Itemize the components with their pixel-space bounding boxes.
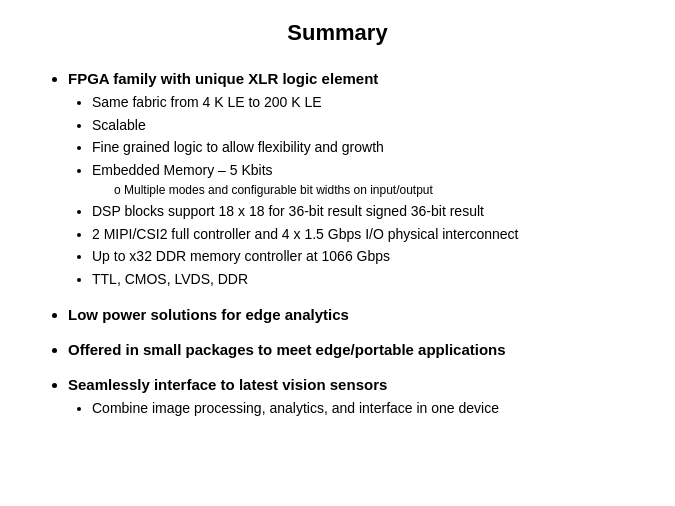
list-item: Embedded Memory – 5 Kbits Multiple modes… [92,161,635,199]
bullet4-text: Seamlessly interface to latest vision se… [68,376,387,393]
embedded-memory-text: Embedded Memory – 5 Kbits [92,162,273,178]
list-item: DSP blocks support 18 x 18 for 36-bit re… [92,202,635,222]
list-item: Low power solutions for edge analytics [68,304,635,325]
bullet3-text: Offered in small packages to meet edge/p… [68,341,506,358]
list-item: FPGA family with unique XLR logic elemen… [68,68,635,290]
page-title: Summary [40,20,635,46]
bullet2-text: Low power solutions for edge analytics [68,306,349,323]
sub-list-1: Same fabric from 4 K LE to 200 K LE Scal… [68,93,635,290]
list-item: Same fabric from 4 K LE to 200 K LE [92,93,635,113]
list-item: Up to x32 DDR memory controller at 1066 … [92,247,635,267]
list-item: Seamlessly interface to latest vision se… [68,374,635,419]
bullet1-text: FPGA family with unique XLR logic elemen… [68,70,378,87]
list-item: Scalable [92,116,635,136]
sub-sub-list: Multiple modes and configurable bit widt… [92,182,635,199]
list-item: 2 MIPI/CSI2 full controller and 4 x 1.5 … [92,225,635,245]
page-container: Summary FPGA family with unique XLR logi… [0,0,675,506]
list-item: Combine image processing, analytics, and… [92,399,635,419]
main-list: FPGA family with unique XLR logic elemen… [40,68,635,418]
content-area: FPGA family with unique XLR logic elemen… [40,68,635,486]
list-item: Offered in small packages to meet edge/p… [68,339,635,360]
sub-list-4: Combine image processing, analytics, and… [68,399,635,419]
list-item: TTL, CMOS, LVDS, DDR [92,270,635,290]
list-item: Multiple modes and configurable bit widt… [114,182,635,199]
list-item: Fine grained logic to allow flexibility … [92,138,635,158]
